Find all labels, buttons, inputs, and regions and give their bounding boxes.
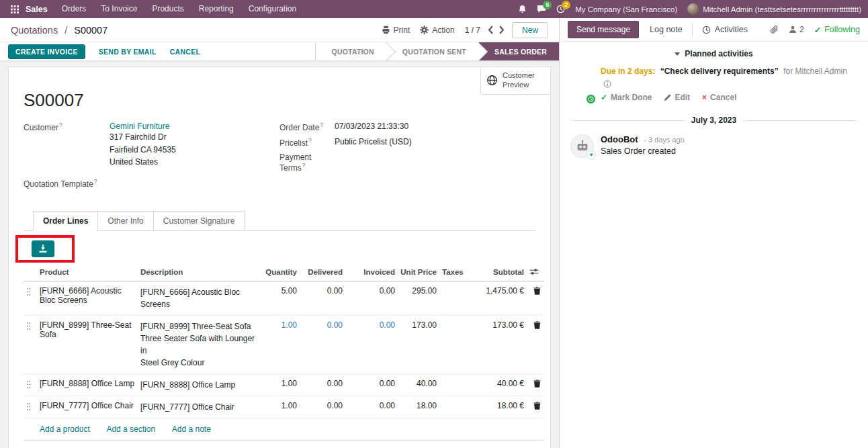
import-records-button[interactable]: [32, 240, 54, 257]
clock-icon: [702, 26, 711, 34]
drag-handle-icon[interactable]: [24, 396, 37, 418]
planned-activities-toggle[interactable]: Planned activities: [560, 42, 868, 64]
new-button[interactable]: New: [512, 22, 548, 38]
subtotal-header: Subtotal: [468, 264, 527, 281]
invoiced-cell[interactable]: 0.00: [345, 396, 398, 418]
drag-handle-icon[interactable]: [24, 373, 37, 396]
add-a-note-link[interactable]: Add a note: [172, 424, 211, 434]
description-cell[interactable]: [FURN_8888] Office Lamp: [138, 373, 261, 396]
step-quotation[interactable]: QUOTATION: [316, 42, 386, 60]
top-navbar: Sales Orders To Invoice Products Reporti…: [0, 0, 868, 18]
menu-configuration[interactable]: Configuration: [241, 0, 304, 18]
mark-done-button[interactable]: ✓ Mark Done: [601, 93, 652, 102]
action-button[interactable]: Action: [420, 26, 454, 35]
messages-icon[interactable]: 5: [537, 5, 546, 13]
quantity-cell[interactable]: 1.00: [261, 396, 300, 418]
customer-preview-button[interactable]: Customer Preview: [480, 67, 550, 95]
activity-due-text: Due in 2 days:: [601, 66, 655, 76]
followers-button[interactable]: 2: [789, 25, 804, 34]
globe-icon: [486, 75, 498, 86]
step-sales-order[interactable]: SALES ORDER: [478, 42, 559, 60]
order-line-row: [FURN_6666] Acoustic Bloc Screens [FURN_…: [24, 281, 544, 315]
notifications-bell-icon[interactable]: [518, 5, 527, 13]
product-cell[interactable]: [FURN_6666] Acoustic Bloc Screens: [37, 281, 138, 315]
cancel-activity-button[interactable]: × Cancel: [702, 93, 736, 102]
apps-menu-icon[interactable]: [7, 5, 23, 13]
optional-columns-icon[interactable]: [527, 264, 544, 281]
edit-activity-button[interactable]: Edit: [664, 93, 690, 102]
send-message-button[interactable]: Send message: [568, 21, 639, 38]
menu-reporting[interactable]: Reporting: [191, 0, 241, 18]
unit-price-cell[interactable]: 295.00: [398, 281, 439, 315]
delivered-cell[interactable]: 0.00: [300, 396, 345, 418]
chatter-topbar: Send message Log note Activities: [560, 18, 868, 42]
send-by-email-button[interactable]: SEND BY EMAIL: [99, 48, 157, 56]
quantity-cell[interactable]: 5.00: [261, 281, 300, 315]
menu-orders[interactable]: Orders: [54, 0, 94, 18]
drag-handle-icon[interactable]: [24, 315, 37, 373]
company-switcher[interactable]: My Company (San Francisco): [575, 5, 677, 13]
delete-line-icon[interactable]: [527, 315, 544, 373]
chatter-message: ♥ OdooBot - 3 days ago Sales Order creat…: [560, 125, 868, 158]
description-cell[interactable]: [FURN_6666] Acoustic Bloc Screens: [138, 281, 261, 315]
unit-price-cell[interactable]: 18.00: [398, 396, 439, 418]
schedule-activity-button[interactable]: Activities: [702, 25, 748, 34]
delivered-cell[interactable]: 0.00: [300, 281, 345, 315]
order-date-field[interactable]: 07/03/2023 21:33:30: [335, 122, 408, 132]
invoiced-cell[interactable]: 0.00: [345, 373, 398, 396]
product-cell[interactable]: [FURN_8999] Three-Seat Sofa: [37, 315, 138, 373]
tab-other-info[interactable]: Other Info: [98, 211, 153, 231]
quantity-cell[interactable]: 1.00: [261, 315, 300, 373]
breadcrumb-quotations-link[interactable]: Quotations: [11, 25, 58, 36]
pricelist-field[interactable]: Public Pricelist (USD): [335, 137, 412, 148]
cancel-button[interactable]: CANCEL: [170, 48, 201, 56]
product-cell[interactable]: [FURN_7777] Office Chair: [37, 396, 138, 418]
following-button[interactable]: ✓ Following: [814, 25, 860, 35]
description-cell[interactable]: [FURN_7777] Office Chair: [138, 396, 261, 418]
invoiced-cell[interactable]: 0.00: [345, 281, 398, 315]
add-a-product-link[interactable]: Add a product: [40, 424, 90, 434]
delete-line-icon[interactable]: [527, 281, 544, 315]
attachment-paperclip-icon[interactable]: [770, 25, 779, 34]
help-marker: ?: [302, 162, 306, 169]
user-menu[interactable]: Mitchell Admin (testtsetsetesrrrrrrrrrrr…: [687, 3, 861, 15]
pager-next-icon[interactable]: [498, 26, 505, 34]
info-icon[interactable]: [603, 80, 611, 88]
delivered-cell[interactable]: 0.00: [300, 373, 345, 396]
printer-icon: [382, 26, 390, 34]
taxes-cell[interactable]: [439, 281, 468, 315]
handle-column-header: [24, 264, 37, 281]
print-button[interactable]: Print: [382, 26, 410, 35]
delivered-cell[interactable]: 0.00: [300, 315, 345, 373]
description-cell[interactable]: [FURN_8999] Three-Seat Sofa Three Seater…: [138, 315, 261, 373]
invoiced-cell[interactable]: 0.00: [345, 315, 398, 373]
customer-value-link[interactable]: Gemini Furniture: [110, 122, 169, 131]
product-cell[interactable]: [FURN_8888] Office Lamp: [37, 373, 138, 396]
person-icon: [789, 26, 797, 34]
pager-previous-icon[interactable]: [488, 26, 494, 34]
tab-customer-signature[interactable]: Customer Signature: [154, 211, 245, 231]
unit-price-cell[interactable]: 40.00: [398, 373, 439, 396]
help-marker: ?: [308, 137, 312, 144]
activities-clock-icon[interactable]: 2: [556, 5, 565, 13]
create-invoice-button[interactable]: CREATE INVOICE: [8, 44, 85, 59]
app-name[interactable]: Sales: [23, 5, 54, 14]
menu-products[interactable]: Products: [144, 0, 191, 18]
add-line-row: Add a product Add a section Add a note: [24, 418, 544, 440]
taxes-cell[interactable]: [439, 315, 468, 373]
unit-price-cell[interactable]: 173.00: [398, 315, 439, 373]
log-note-button[interactable]: Log note: [650, 25, 683, 34]
taxes-cell[interactable]: [439, 373, 468, 396]
delete-line-icon[interactable]: [527, 373, 544, 396]
quantity-cell[interactable]: 1.00: [261, 373, 300, 396]
drag-handle-icon[interactable]: [24, 281, 37, 315]
delete-line-icon[interactable]: [527, 396, 544, 418]
taxes-cell[interactable]: [439, 396, 468, 418]
tab-order-lines[interactable]: Order Lines: [33, 211, 98, 231]
breadcrumb-current: S00007: [74, 25, 107, 36]
menu-to-invoice[interactable]: To Invoice: [93, 0, 144, 18]
step-quotation-sent[interactable]: QUOTATION SENT: [386, 42, 478, 60]
add-a-section-link[interactable]: Add a section: [106, 424, 155, 434]
print-label: Print: [394, 26, 410, 35]
chevron-down-icon: [675, 52, 680, 56]
